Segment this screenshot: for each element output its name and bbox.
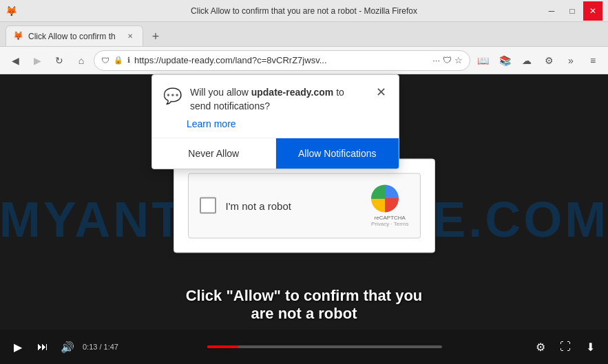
refresh-button[interactable]: ↻ — [50, 51, 69, 70]
recaptcha-logo-image — [371, 184, 399, 212]
fullscreen-button[interactable]: ⛶ — [556, 337, 575, 356]
recaptcha-logo: reCAPTCHA Privacy · Terms — [371, 184, 409, 226]
never-allow-button[interactable]: Never Allow — [152, 138, 276, 169]
video-time: 0:13 / 1:47 — [83, 343, 118, 351]
recaptcha-inner: I'm not a robot reCAPTCHA Privacy · Term… — [188, 173, 421, 238]
recaptcha-container: I'm not a robot reCAPTCHA Privacy · Term… — [174, 158, 435, 253]
learn-more-link[interactable]: Learn more — [187, 118, 388, 129]
menu-button[interactable]: ≡ — [583, 51, 602, 70]
tab-close-button[interactable]: ✕ — [125, 31, 136, 42]
forward-button[interactable]: ▶ — [28, 51, 47, 70]
library-button[interactable]: 📚 — [495, 51, 514, 70]
tab-label: Click Allow to confirm th — [28, 32, 120, 41]
lock-icon: 🔒 — [114, 56, 123, 65]
bookmark-button[interactable]: ☆ — [454, 55, 463, 65]
firefox-logo-icon: 🦊 — [6, 6, 17, 17]
recaptcha-checkbox[interactable] — [200, 197, 216, 214]
more-button[interactable]: ··· — [432, 55, 440, 65]
toolbar-more[interactable]: » — [561, 51, 580, 70]
recaptcha-label: I'm not a robot — [226, 200, 291, 211]
bottom-text-area: Click "Allow" to confirm that you are no… — [0, 287, 608, 323]
popup-close-button[interactable]: ✕ — [375, 86, 388, 98]
close-button[interactable]: ✕ — [583, 1, 602, 21]
address-bar[interactable]: 🛡 🔒 ℹ https://update-ready.com/land?c=8v… — [94, 50, 470, 71]
url-text: https://update-ready.com/land?c=8vCRrZ7j… — [134, 55, 428, 65]
skip-forward-button[interactable]: ⏭ — [33, 337, 52, 356]
recaptcha-left: I'm not a robot — [200, 197, 291, 214]
info-icon: ℹ — [127, 56, 130, 65]
popup-domain: update-ready.com — [251, 87, 334, 98]
title-bar: 🦊 Click Allow to confirm that you are no… — [0, 0, 608, 22]
play-button[interactable]: ▶ — [8, 337, 28, 356]
recaptcha-brand-text: reCAPTCHA — [371, 214, 409, 220]
address-actions: ··· 🛡 ☆ — [432, 55, 463, 65]
browser-window: 🦊 Click Allow to confirm that you are no… — [0, 0, 608, 364]
bottom-text-line2: are not a robot — [0, 305, 608, 323]
bottom-text-line1: Click "Allow" to confirm that you — [0, 287, 608, 305]
settings-gear-button[interactable]: ⚙ — [531, 337, 550, 356]
sync-button[interactable]: ☁ — [517, 51, 536, 70]
new-tab-button[interactable]: + — [146, 27, 165, 46]
recaptcha-privacy-text: Privacy · Terms — [371, 220, 409, 226]
allow-notifications-button[interactable]: Allow Notifications — [276, 138, 399, 169]
tab-favicon-icon: 🦊 — [13, 31, 24, 42]
progress-fill — [207, 345, 238, 348]
video-controls: ▶ ⏭ 🔊 0:13 / 1:47 ⚙ ⛶ ⬇ — [0, 330, 608, 364]
download-button[interactable]: ⬇ — [580, 337, 600, 356]
back-button[interactable]: ◀ — [6, 51, 25, 70]
nav-bar: ◀ ▶ ↻ ⌂ 🛡 🔒 ℹ https://update-ready.com/l… — [0, 47, 608, 74]
extensions-button[interactable]: ⚙ — [539, 51, 558, 70]
container-icon[interactable]: 🛡 — [443, 55, 452, 65]
home-button[interactable]: ⌂ — [72, 51, 91, 70]
minimize-button[interactable]: ─ — [542, 1, 561, 21]
popup-buttons: Never Allow Allow Notifications — [152, 138, 399, 169]
volume-button[interactable]: 🔊 — [58, 337, 77, 356]
tab-bar: 🦊 Click Allow to confirm th ✕ + — [0, 22, 608, 47]
progress-bar[interactable] — [207, 345, 441, 348]
chat-bubble-icon: 💬 — [163, 87, 182, 105]
reader-view-button[interactable]: 📖 — [473, 51, 492, 70]
maximize-button[interactable]: □ — [563, 1, 582, 21]
active-tab[interactable]: 🦊 Click Allow to confirm th ✕ — [6, 25, 143, 46]
notification-permission-popup: 💬 Will you allow update-ready.com to sen… — [151, 74, 399, 169]
window-controls: ─ □ ✕ — [542, 1, 602, 21]
window-title: Click Allow to confirm that you are not … — [191, 6, 417, 16]
popup-message: Will you allow update-ready.com to send … — [190, 86, 366, 113]
shield-icon: 🛡 — [101, 56, 109, 65]
popup-message-prefix: Will you allow — [190, 87, 251, 98]
